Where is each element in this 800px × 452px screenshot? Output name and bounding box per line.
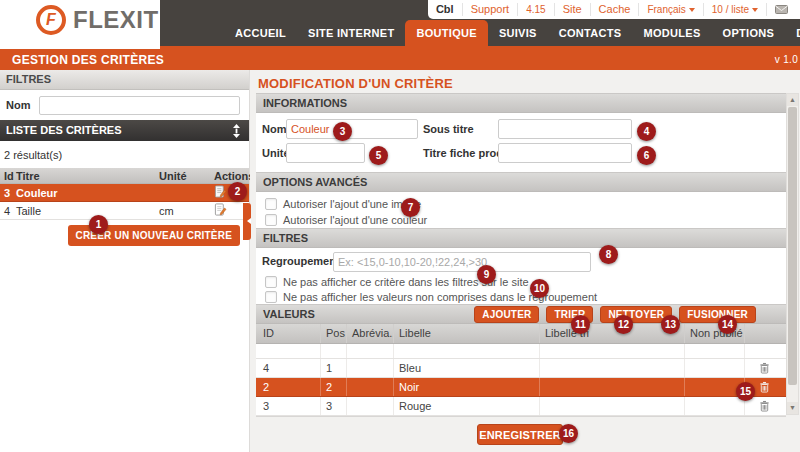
value-row-bleu[interactable]: 4 1 Bleu — [256, 359, 786, 378]
main-nav: ACCUEIL SITE INTERNET BOUTIQUE SUIVIS CO… — [160, 20, 800, 46]
sidebar-collapse-handle[interactable] — [243, 203, 251, 240]
options-avancees-checkboxes: Autoriser l'ajout d'une image Autoriser … — [256, 192, 786, 228]
annotation-badge: 16 — [559, 424, 578, 443]
value-pos: 1 — [320, 359, 346, 377]
hide-values-checkbox[interactable] — [265, 291, 277, 303]
regroupement-label: Regroupement — [262, 255, 340, 267]
regroupement-input[interactable] — [333, 252, 591, 272]
sous-titre-input[interactable] — [498, 119, 632, 139]
nav-accueil[interactable]: ACCUEIL — [224, 20, 297, 46]
brand-logo-icon: F — [36, 5, 66, 35]
edit-icon[interactable] — [214, 188, 227, 200]
value-row-noir[interactable]: 2 2 Noir — [256, 378, 786, 397]
annotation-badge: 1 — [89, 215, 108, 234]
valeurs-section-header: VALEURS AJOUTER TRIER NETTOYER FUSIONNER — [256, 304, 786, 324]
sidebar: FILTRES Nom LISTE DES CRITÈRES 2 résulta… — [0, 70, 250, 452]
annotation-badge: 5 — [369, 146, 388, 165]
annotation-badge: 15 — [736, 382, 755, 401]
chevron-down-icon — [752, 8, 758, 12]
edit-criteria-panel: INFORMATIONS Nom Sous titre Unité Titre … — [256, 93, 786, 417]
language-dropdown[interactable]: Français — [638, 3, 702, 16]
nav-contacts[interactable]: CONTACTS — [548, 20, 633, 46]
list-size-dropdown[interactable]: 10 / liste — [703, 3, 766, 16]
brand-name: FLEXIT — [73, 6, 159, 34]
mail-button[interactable] — [766, 3, 796, 16]
value-libelle-tri — [539, 397, 684, 415]
annotation-badge: 13 — [661, 315, 680, 334]
list-size-label: 10 / liste — [712, 3, 749, 16]
page-title-bar: GESTION DES CRITÈRES v 1.0 — [0, 49, 800, 70]
user-label[interactable]: Cbl — [428, 3, 462, 16]
nom-input[interactable] — [286, 119, 418, 139]
nav-deconnecter[interactable]: DECONNECTER — [785, 20, 800, 46]
resize-list-icon[interactable] — [232, 124, 241, 138]
options-avancees-section-header: OPTIONS AVANCÉS — [256, 172, 786, 192]
value-abbr — [346, 378, 393, 396]
filter-name-row: Nom — [0, 90, 249, 120]
nav-site-internet[interactable]: SITE INTERNET — [297, 20, 405, 46]
create-button-row: CRÉER UN NOUVEAU CRITÈRE — [0, 220, 249, 246]
col-abreviation: Abrévia... — [346, 324, 393, 343]
app-header: F FLEXIT ACCUEIL SITE INTERNET BOUTIQUE … — [0, 0, 800, 49]
criteria-title: Taille — [16, 205, 159, 217]
criteria-row-taille[interactable]: 4 Taille cm — [0, 202, 249, 220]
value-libelle: Bleu — [393, 359, 539, 377]
nav-boutique[interactable]: BOUTIQUE — [405, 20, 487, 46]
scrollbar-thumb[interactable] — [788, 107, 797, 385]
page-title: GESTION DES CRITÈRES — [12, 53, 164, 67]
edit-icon[interactable] — [214, 206, 227, 218]
value-pos: 2 — [320, 378, 346, 396]
save-button[interactable]: ENREGISTRER — [477, 424, 563, 445]
trash-icon[interactable] — [759, 400, 770, 412]
filter-name-input[interactable] — [39, 96, 240, 115]
criteria-row-couleur[interactable]: 3 Couleur — [0, 184, 249, 202]
support-link[interactable]: Support — [462, 3, 518, 16]
titre-fiche-input[interactable] — [498, 143, 632, 163]
nav-modules[interactable]: MODULES — [632, 20, 711, 46]
trash-icon[interactable] — [759, 362, 770, 374]
brand-logo[interactable]: F FLEXIT — [36, 5, 159, 35]
col-pos: Pos — [320, 324, 346, 343]
col-id: ID — [256, 324, 320, 343]
value-id: 2 — [256, 378, 320, 396]
annotation-badge: 4 — [637, 122, 656, 141]
scroll-up-arrow[interactable]: ▲ — [787, 94, 798, 106]
site-link[interactable]: Site — [554, 3, 590, 16]
nav-suivis[interactable]: SUIVIS — [488, 20, 548, 46]
filtres-section-header: FILTRES — [256, 228, 786, 248]
annotation-badge: 6 — [637, 146, 656, 165]
language-label: Français — [647, 3, 685, 16]
annotation-badge: 7 — [401, 198, 420, 217]
annotation-badge: 10 — [530, 279, 549, 298]
ajouter-button[interactable]: AJOUTER — [474, 306, 539, 323]
value-row-rouge[interactable]: 3 3 Rouge — [256, 397, 786, 416]
informations-section-header: INFORMATIONS — [256, 93, 786, 113]
app-version: 4.15 — [517, 3, 553, 16]
value-non-publie — [684, 397, 744, 415]
col-id: Id — [0, 170, 16, 182]
col-actions — [744, 324, 784, 343]
nav-options[interactable]: OPTIONS — [712, 20, 786, 46]
criteria-title: Couleur — [16, 187, 159, 199]
unite-input[interactable] — [286, 143, 365, 163]
col-libelle: Libelle — [393, 324, 539, 343]
value-libelle: Noir — [393, 378, 539, 396]
col-actions: Actions — [201, 170, 249, 182]
cache-link[interactable]: Cache — [590, 3, 639, 16]
hide-values-label: Ne pas afficher les valeurs non comprise… — [283, 291, 597, 303]
annotation-badge: 11 — [571, 315, 590, 334]
criteria-list-header: LISTE DES CRITÈRES — [0, 120, 249, 141]
scroll-down-arrow[interactable]: ▼ — [787, 402, 798, 414]
trash-icon[interactable] — [759, 381, 770, 393]
main-content: MODIFICATION D'UN CRITÈRE INFORMATIONS N… — [250, 70, 800, 452]
criteria-table-header: Id Titre Unité Actions — [0, 168, 249, 184]
allow-image-checkbox[interactable] — [265, 198, 277, 210]
hide-filter-checkbox[interactable] — [265, 276, 277, 288]
criteria-actions — [201, 203, 249, 218]
fusionner-button[interactable]: FUSIONNER — [679, 306, 756, 323]
allow-color-checkbox[interactable] — [265, 214, 277, 226]
chevron-down-icon — [689, 8, 695, 12]
content-scrollbar[interactable]: ▲ ▼ — [786, 93, 799, 415]
value-libelle: Rouge — [393, 397, 539, 415]
criteria-list-title: LISTE DES CRITÈRES — [6, 120, 122, 141]
